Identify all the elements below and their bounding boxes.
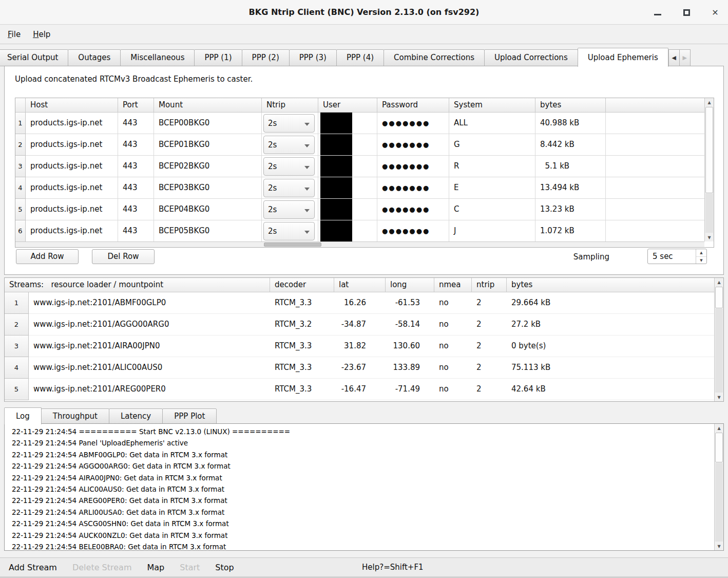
row-number[interactable]: 3 — [5, 335, 29, 357]
header-bytes[interactable]: bytes — [507, 278, 714, 292]
tab-miscellaneous[interactable]: Miscellaneous — [120, 49, 195, 66]
row-number[interactable]: 1 — [15, 113, 26, 134]
cell-password[interactable]: ●●●●●●● — [377, 177, 449, 199]
tab-throughput[interactable]: Throughput — [41, 408, 109, 424]
cell-port[interactable]: 443 — [118, 199, 154, 220]
cell-user-redacted[interactable] — [318, 177, 377, 199]
scroll-down-icon[interactable]: ▼ — [715, 393, 723, 401]
stream-row[interactable]: 4 www.igs-ip.net:2101/ALIC00AUS0 RTCM_3.… — [5, 357, 714, 379]
scrollbar-thumb[interactable] — [715, 433, 723, 462]
tab-ppp-3[interactable]: PPP (3) — [289, 49, 337, 66]
ntrip-dropdown[interactable]: 2s — [263, 222, 315, 240]
stream-row[interactable]: 2 www.igs-ip.net:2101/AGGO00ARG0 RTCM_3.… — [5, 314, 714, 335]
ntrip-dropdown[interactable]: 2s — [263, 136, 315, 154]
cell-host[interactable]: products.igs-ip.net — [26, 177, 118, 199]
header-mount[interactable]: Mount — [154, 98, 262, 113]
menu-file[interactable]: File — [3, 30, 25, 39]
spin-up-icon[interactable]: ▲ — [696, 249, 706, 256]
scroll-up-icon[interactable]: ▲ — [715, 424, 723, 432]
scrollbar-thumb[interactable] — [264, 243, 321, 247]
cell-system[interactable]: J — [449, 220, 535, 242]
tab-upload-ephemeris[interactable]: Upload Ephemeris — [578, 48, 668, 67]
scroll-down-icon[interactable]: ▼ — [715, 542, 723, 550]
header-lat[interactable]: lat — [334, 278, 386, 292]
cell-password[interactable]: ●●●●●●● — [377, 134, 449, 156]
scroll-up-icon[interactable]: ▲ — [705, 98, 714, 106]
cell-port[interactable]: 443 — [118, 156, 154, 177]
row-number[interactable]: 1 — [5, 292, 29, 314]
cell-system[interactable]: R — [449, 156, 535, 177]
tab-scroll-left-button[interactable]: ◀ — [668, 49, 680, 66]
header-ntrip[interactable]: Ntrip — [262, 98, 318, 113]
del-row-button[interactable]: Del Row — [92, 249, 155, 264]
map-button[interactable]: Map — [147, 563, 165, 572]
scrollbar-thumb[interactable] — [705, 107, 713, 193]
cell-host[interactable]: products.igs-ip.net — [26, 113, 118, 134]
sampling-spinbox[interactable]: 5 sec ▲ ▼ — [647, 249, 707, 264]
row-number[interactable]: 3 — [15, 156, 26, 177]
tab-outages[interactable]: Outages — [68, 49, 121, 66]
header-bytes[interactable]: bytes — [535, 98, 606, 113]
cell-port[interactable]: 443 — [118, 177, 154, 199]
ntrip-dropdown[interactable]: 2s — [263, 179, 315, 197]
stream-row[interactable]: 3 www.igs-ip.net:2101/AIRA00JPN0 RTCM_3.… — [5, 335, 714, 357]
upload-table-vscrollbar[interactable]: ▲ ▼ — [704, 98, 714, 241]
close-button[interactable]: ✕ — [710, 7, 721, 18]
tab-ppp-1[interactable]: PPP (1) — [194, 49, 242, 66]
header-decoder[interactable]: decoder — [270, 278, 334, 292]
cell-user-redacted[interactable] — [318, 156, 377, 177]
cell-mount[interactable]: BCEP05BKG0 — [154, 220, 262, 242]
row-number[interactable]: 2 — [5, 314, 29, 335]
tab-ppp-2[interactable]: PPP (2) — [242, 49, 290, 66]
cell-password[interactable]: ●●●●●●● — [377, 220, 449, 242]
header-ntrip[interactable]: ntrip — [472, 278, 507, 292]
cell-user-redacted[interactable] — [318, 220, 377, 242]
header-port[interactable]: Port — [118, 98, 154, 113]
stream-row[interactable]: 5 www.igs-ip.net:2101/AREG00PER0 RTCM_3.… — [5, 379, 714, 400]
tab-log[interactable]: Log — [4, 407, 42, 424]
log-vscrollbar[interactable]: ▲ ▼ — [714, 424, 723, 550]
stream-row[interactable]: 1 www.igs-ip.net:2101/ABMF00GLP0 RTCM_3.… — [5, 292, 714, 314]
cell-mount[interactable]: BCEP01BKG0 — [154, 134, 262, 156]
ntrip-dropdown[interactable]: 2s — [263, 114, 315, 133]
cell-mount[interactable]: BCEP03BKG0 — [154, 177, 262, 199]
stop-button[interactable]: Stop — [215, 563, 234, 572]
header-host[interactable]: Host — [26, 98, 118, 113]
tab-ppp-plot[interactable]: PPP Plot — [162, 408, 217, 424]
ntrip-dropdown[interactable]: 2s — [263, 200, 315, 219]
scrollbar-track[interactable] — [715, 463, 723, 542]
cell-host[interactable]: products.igs-ip.net — [26, 134, 118, 156]
log-output[interactable]: 22-11-29 21:24:54 ========== Start BNC v… — [5, 426, 713, 550]
minimize-button[interactable] — [652, 7, 663, 18]
upload-table-hscrollbar[interactable] — [15, 241, 704, 247]
tab-serial-output[interactable]: Serial Output — [0, 49, 68, 66]
cell-port[interactable]: 443 — [118, 113, 154, 134]
cell-password[interactable]: ●●●●●●● — [377, 199, 449, 220]
streams-vscrollbar[interactable]: ▲ ▼ — [714, 278, 723, 401]
row-number[interactable]: 6 — [15, 220, 26, 242]
row-number[interactable]: 4 — [5, 357, 29, 379]
cell-user-redacted[interactable] — [318, 113, 377, 134]
row-number[interactable]: 2 — [15, 134, 26, 156]
cell-system[interactable]: C — [449, 199, 535, 220]
cell-system[interactable]: G — [449, 134, 535, 156]
header-streams-resource[interactable]: Streams: resource loader / mountpoint — [5, 278, 270, 292]
tab-latency[interactable]: Latency — [109, 408, 163, 424]
cell-password[interactable]: ●●●●●●● — [377, 113, 449, 134]
tab-combine-corrections[interactable]: Combine Corrections — [384, 49, 485, 66]
cell-system[interactable]: ALL — [449, 113, 535, 134]
cell-user-redacted[interactable] — [318, 199, 377, 220]
cell-system[interactable]: E — [449, 177, 535, 199]
scrollbar-track[interactable] — [715, 309, 723, 393]
tab-upload-corrections[interactable]: Upload Corrections — [484, 49, 578, 66]
ntrip-dropdown[interactable]: 2s — [263, 157, 315, 176]
cell-user-redacted[interactable] — [318, 134, 377, 156]
row-number[interactable]: 4 — [15, 177, 26, 199]
header-system[interactable]: System — [449, 98, 535, 113]
add-stream-button[interactable]: Add Stream — [9, 563, 57, 572]
cell-host[interactable]: products.igs-ip.net — [26, 220, 118, 242]
cell-port[interactable]: 443 — [118, 220, 154, 242]
add-row-button[interactable]: Add Row — [16, 249, 79, 264]
row-number[interactable]: 5 — [5, 379, 29, 400]
scroll-up-icon[interactable]: ▲ — [715, 278, 723, 286]
